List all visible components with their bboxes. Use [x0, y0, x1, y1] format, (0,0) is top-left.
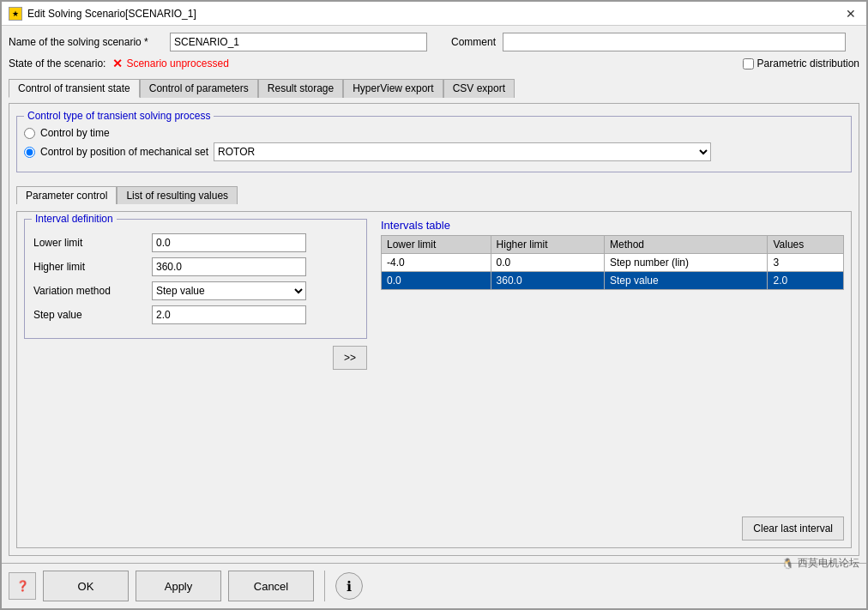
- watermark-icon: 🐧: [781, 558, 794, 570]
- state-status: ✕ Scenario unprocessed: [112, 57, 228, 70]
- step-value-label: Step value: [33, 309, 145, 321]
- col-method: Method: [604, 236, 767, 254]
- radio-time-label: Control by time: [40, 127, 110, 139]
- col-higher-limit: Higher limit: [491, 236, 604, 254]
- variation-method-select[interactable]: Step value Step number (lin): [152, 281, 306, 300]
- table-cell-method: Step value: [604, 272, 767, 290]
- tab-parameter-control[interactable]: Parameter control: [16, 186, 117, 204]
- table-cell-higherLimit: 0.0: [491, 254, 604, 272]
- lower-limit-label: Lower limit: [33, 237, 145, 249]
- dialog-icon: ★: [9, 7, 22, 21]
- variation-method-row: Variation method Step value Step number …: [33, 281, 358, 300]
- col-values: Values: [768, 236, 844, 254]
- info-icon[interactable]: ℹ: [335, 572, 363, 600]
- scenario-name-label: Name of the solving scenario *: [9, 36, 163, 48]
- scenario-name-input[interactable]: [170, 33, 427, 51]
- close-button[interactable]: ✕: [842, 5, 859, 22]
- higher-limit-input[interactable]: [152, 257, 306, 276]
- help-icon[interactable]: ❓: [9, 572, 36, 600]
- table-cell-higherLimit: 360.0: [491, 272, 604, 290]
- table-row[interactable]: 0.0360.0Step value2.0: [382, 272, 844, 290]
- inner-tabs: Parameter control List of resulting valu…: [16, 186, 852, 204]
- right-panel: Intervals table Lower limit Higher limit…: [381, 219, 844, 541]
- interval-definition: Interval definition Lower limit Higher l…: [24, 219, 367, 339]
- inner-tab-content: Interval definition Lower limit Higher l…: [16, 211, 852, 548]
- tab-control-transient[interactable]: Control of transient state: [9, 79, 140, 98]
- higher-limit-label: Higher limit: [33, 261, 145, 273]
- table-row[interactable]: -4.00.0Step number (lin)3: [382, 254, 844, 272]
- lower-limit-input[interactable]: [152, 233, 306, 252]
- state-row: State of the scenario: ✕ Scenario unproc…: [9, 57, 859, 70]
- intervals-table-title: Intervals table: [381, 219, 844, 232]
- divider: [324, 571, 325, 601]
- table-cell-lowerLimit: -4.0: [382, 254, 491, 272]
- comment-label: Comment: [451, 36, 496, 48]
- apply-button[interactable]: Apply: [136, 571, 221, 601]
- table-cell-lowerLimit: 0.0: [382, 272, 491, 290]
- control-type-title: Control type of transient solving proces…: [24, 110, 214, 122]
- radio-position-input[interactable]: [24, 147, 35, 158]
- lower-limit-row: Lower limit: [33, 233, 358, 252]
- title-bar: ★ Edit Solving Scenario[SCENARIO_1] ✕: [2, 2, 866, 26]
- cancel-button[interactable]: Cancel: [228, 571, 314, 601]
- interval-def-title: Interval definition: [32, 213, 117, 225]
- dialog-title: Edit Solving Scenario[SCENARIO_1]: [27, 8, 196, 20]
- tab-result-storage[interactable]: Result storage: [258, 79, 343, 98]
- comment-input[interactable]: [503, 33, 846, 51]
- outer-tabs: Control of transient state Control of pa…: [9, 79, 859, 98]
- scenario-name-row: Name of the solving scenario * Comment: [9, 33, 859, 51]
- table-cell-values: 2.0: [768, 272, 844, 290]
- mechanical-set-select[interactable]: ROTOR: [214, 142, 711, 161]
- table-cell-values: 3: [768, 254, 844, 272]
- step-value-row: Step value: [33, 305, 358, 324]
- error-icon: ✕: [112, 57, 123, 70]
- parametric-distribution-checkbox[interactable]: [743, 58, 754, 69]
- higher-limit-row: Higher limit: [33, 257, 358, 276]
- bottom-bar: ❓ OK Apply Cancel ℹ 🐧 西莫电机论坛: [2, 563, 866, 608]
- variation-method-label: Variation method: [33, 285, 145, 297]
- watermark: 🐧 西莫电机论坛: [781, 556, 859, 571]
- table-cell-method: Step number (lin): [604, 254, 767, 272]
- dialog-window: ★ Edit Solving Scenario[SCENARIO_1] ✕ Na…: [0, 0, 868, 610]
- ok-button[interactable]: OK: [43, 571, 129, 601]
- col-lower-limit: Lower limit: [382, 236, 491, 254]
- clear-last-interval-button[interactable]: Clear last interval: [742, 516, 844, 541]
- tab-hyperview-export[interactable]: HyperView export: [343, 79, 443, 98]
- radio-position-label: Control by position of mechanical set: [40, 146, 208, 158]
- radio-by-position: Control by position of mechanical set RO…: [24, 142, 844, 161]
- tab-csv-export[interactable]: CSV export: [443, 79, 515, 98]
- intervals-table: Lower limit Higher limit Method Values -…: [381, 235, 844, 290]
- tab-list-resulting[interactable]: List of resulting values: [117, 186, 238, 204]
- state-label: State of the scenario:: [9, 57, 105, 69]
- radio-by-time: Control by time: [24, 127, 844, 139]
- radio-time-input[interactable]: [24, 128, 35, 139]
- parametric-distribution-label: Parametric distribution: [757, 57, 859, 69]
- step-value-input[interactable]: [152, 305, 306, 324]
- apply-interval-button[interactable]: >>: [333, 346, 367, 370]
- tab-control-parameters[interactable]: Control of parameters: [140, 79, 258, 98]
- control-type-group: Control type of transient solving proces…: [16, 116, 852, 172]
- outer-tab-content: Control type of transient solving proces…: [9, 103, 859, 556]
- parametric-distribution-row[interactable]: Parametric distribution: [743, 57, 859, 69]
- main-content: Name of the solving scenario * Comment S…: [2, 26, 866, 563]
- left-panel: Interval definition Lower limit Higher l…: [24, 219, 367, 541]
